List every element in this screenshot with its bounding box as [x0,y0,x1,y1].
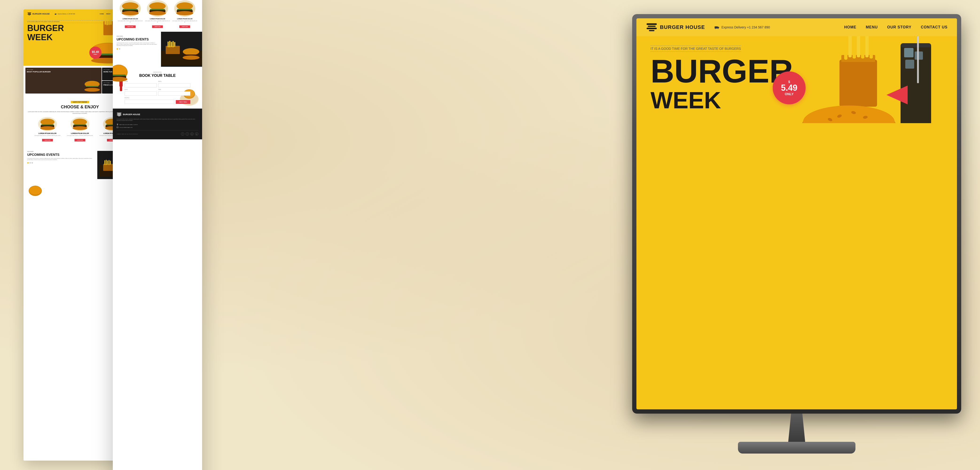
svg-rect-118 [865,36,869,57]
people-field: PEOPLE [124,97,174,104]
svg-point-32 [40,119,54,125]
center-burger-img-2 [147,0,168,17]
footer-contact: MAIN ROAD, BUILDING NAME, COUNTRY INFO@C… [116,124,198,128]
footer-copyright: COMPANY NAME 2023. ALL RIGHTS RESERVED. [116,134,138,135]
burger-card-1: LOREM IPSUM DOLOR Lorem ipsum dolor sit … [32,117,63,142]
monitor-nav-links: HOME MENU OUR STORY CONTACT US [844,25,948,29]
footer-email: INFO@COMPANYNAME.COM [116,126,198,128]
svg-rect-11 [108,20,110,25]
svg-rect-119 [870,38,873,59]
svg-point-79 [183,56,199,60]
svg-rect-3 [29,15,30,15]
svg-point-35 [40,126,55,130]
time-input[interactable] [158,91,190,96]
svg-rect-87 [120,86,122,91]
left-discover-label: DISCOVER [27,151,95,152]
date-field: DATE [124,89,157,96]
svg-marker-132 [886,86,908,104]
monitor-neck [783,414,811,442]
svg-rect-93 [118,114,121,114]
monitor-nav-story[interactable]: OUR STORY [887,25,912,29]
center-choose-section: CHOOSE & ENJOY Lorem ipsum dolor sit ame… [113,0,202,32]
social-google[interactable]: g [195,132,198,135]
email-input[interactable] [158,83,190,88]
name-input[interactable] [124,83,157,88]
center-events-image [161,32,202,67]
monitor-nav-home[interactable]: HOME [844,25,856,29]
social-twitter[interactable]: t [186,132,189,135]
dot-2 [29,162,31,164]
promo-card-popular: TRY IT TODAY MOST POPULAR BURGER [25,68,102,94]
nav-home-left[interactable]: HOME [100,13,104,14]
svg-point-61 [149,2,166,10]
svg-rect-73 [169,41,170,47]
monitor-frame: BURGER HOUSE Express Delivery +1 234 567… [632,14,961,414]
email-field: EMAIL [158,81,190,88]
svg-point-64 [149,11,166,15]
left-slider-dots [27,162,95,164]
center-order-btn-2[interactable]: ORDER NOW [152,25,162,28]
svg-rect-107 [904,48,913,57]
svg-rect-12 [110,21,111,25]
center-burger-img-3 [174,0,195,17]
order-btn-2[interactable]: ORDER NOW [75,139,85,142]
svg-rect-95 [118,116,120,116]
order-btn-1[interactable]: ORDER NOW [42,139,52,142]
center-burger-cards: LOREM IPSUM DOLOR Lorem ipsum dolor sit … [116,0,198,28]
svg-point-57 [122,2,138,10]
svg-rect-0 [27,13,31,13]
center-events-content: DISCOVER UPCOMING EVENTS Lorem ipsum dol… [113,32,161,67]
svg-point-56 [29,186,41,194]
left-delivery: Express Delivery +1 234 567 890 [54,13,75,15]
svg-point-36 [73,119,87,125]
form-row-2: DATE TIME [124,89,190,96]
social-linkedin[interactable]: in [190,132,194,135]
left-logo: BURGER HOUSE [27,12,50,16]
people-input[interactable] [124,100,174,104]
center-burger-card-2: LOREM IPSUM DOLOR Lorem ipsum dolor sit … [145,0,170,28]
svg-rect-10 [107,19,108,25]
svg-rect-1 [28,13,31,14]
svg-rect-106 [901,44,931,47]
svg-rect-47 [104,160,105,165]
social-icons: f t in g [181,132,198,135]
svg-marker-5 [56,14,57,14]
svg-point-7 [56,14,56,15]
left-events-title: UPCOMING EVENTS [27,153,95,156]
center-events-desc: Lorem ipsum dolor sit amet, consectetur … [116,42,157,46]
footer-bottom: COMPANY NAME 2023. ALL RIGHTS RESERVED. … [116,132,198,135]
nav-menu-left[interactable]: MENU [106,13,110,14]
center-footer: BURGER HOUSE Lorem ipsum dolor sit amet,… [113,108,202,139]
svg-rect-92 [117,113,121,113]
center-order-btn-1[interactable]: ORDER NOW [125,25,135,28]
center-reservation-label: RESERVATION [116,72,198,73]
center-slider-dots [116,48,157,49]
monitor-nav-menu[interactable]: MENU [866,25,878,29]
svg-rect-111 [840,60,877,107]
social-facebook[interactable]: f [181,132,184,135]
center-order-btn-3[interactable]: ORDER NOW [179,25,190,28]
find-table-button[interactable]: FIND A TABLE [176,100,190,104]
svg-point-68 [176,11,193,15]
monitor-nav-contact[interactable]: CONTACT US [921,25,948,29]
svg-rect-96 [117,127,118,128]
svg-rect-75 [172,41,174,47]
date-input[interactable] [124,91,157,96]
monitor-hero-content: IT IS A GOOD TIME FOR THE GREAT TASTE OF… [636,36,957,123]
svg-point-60 [122,11,138,15]
monitor-food-area [783,36,948,123]
monitor-base [738,442,856,454]
center-reservation-title: BOOK YOUR TABLE [116,73,198,78]
monitor-screen: BURGER HOUSE Express Delivery +1 234 567… [636,18,957,409]
footer-address: MAIN ROAD, BUILDING NAME, COUNTRY [116,124,198,126]
svg-rect-109 [905,60,914,69]
left-events-content: DISCOVER UPCOMING EVENTS Lorem ipsum dol… [27,151,95,179]
svg-rect-9 [105,20,106,25]
footer-logo: BURGER HOUSE [116,112,198,116]
burger-img-1 [38,117,57,131]
svg-rect-97 [646,23,657,25]
monitor-tagline: IT IS A GOOD TIME FOR THE GREAT TASTE OF… [651,46,741,52]
svg-rect-76 [174,42,175,47]
svg-rect-114 [848,36,852,57]
name-field: NAME [124,81,157,88]
